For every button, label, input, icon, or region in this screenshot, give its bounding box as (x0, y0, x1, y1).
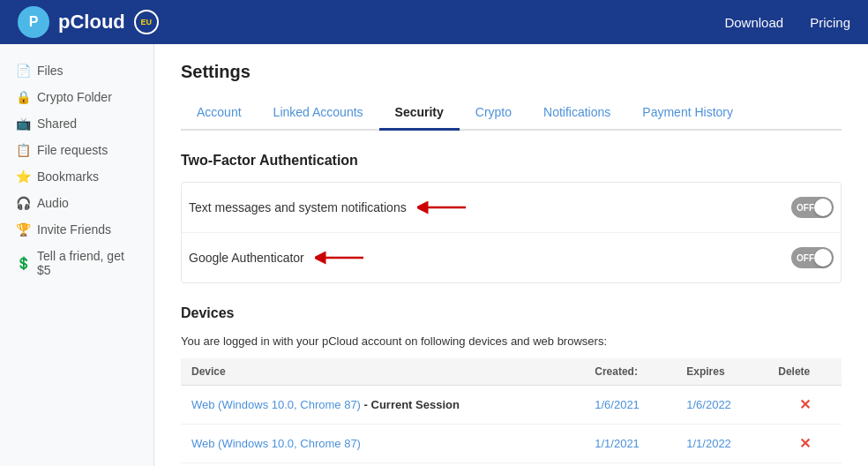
text-messages-row: Text messages and system notifications (182, 183, 841, 233)
devices-subtitle: You are logged in with your pCloud accou… (181, 334, 842, 348)
sidebar-item-invite-friends[interactable]: 🏆 Invite Friends (0, 216, 153, 243)
created-cell: 1/1/2021 (584, 425, 676, 463)
arrow-annotation-2 (315, 249, 368, 267)
delete-button[interactable]: ✕ (799, 436, 811, 451)
sidebar-label-audio: Audio (37, 196, 69, 210)
sidebar-label-file-requests: File requests (37, 143, 108, 157)
main-layout: 📄 Files 🔒 Crypto Folder 📺 Shared 📋 File … (0, 44, 868, 466)
files-icon: 📄 (16, 64, 30, 78)
arrow-annotation-1 (417, 199, 470, 216)
header-left: P pCloud EU (18, 6, 159, 38)
audio-icon: 🎧 (16, 196, 30, 210)
page-title: Settings (181, 62, 842, 82)
two-factor-title: Two-Factor Authentication (181, 153, 842, 169)
file-requests-icon: 📋 (16, 143, 30, 157)
google-auth-toggle-group: OFF (791, 247, 834, 268)
table-header-row: Device Created: Expires Delete (181, 358, 842, 386)
sidebar-item-tell-friend[interactable]: 💲 Tell a friend, get $5 (0, 243, 153, 283)
tab-account[interactable]: Account (181, 98, 258, 131)
logo-name: pCloud (58, 11, 125, 34)
device-cell: Web (Windows 10.0, Chrome 87) (181, 425, 584, 463)
tab-linked-accounts[interactable]: Linked Accounts (258, 98, 379, 131)
google-auth-toggle[interactable]: OFF (791, 247, 834, 268)
devices-title: Devices (181, 305, 842, 321)
sidebar-item-audio[interactable]: 🎧 Audio (0, 190, 153, 216)
text-messages-toggle[interactable]: OFF (791, 197, 834, 218)
created-cell: 1/1/2021 (584, 463, 676, 467)
device-cell: Web (Windows 10.0, Chrome 87) - Current … (181, 386, 584, 425)
col-header-expires: Expires (676, 358, 767, 386)
devices-table: Device Created: Expires Delete Web (Wind… (181, 358, 842, 466)
text-messages-label: Text messages and system notifications (189, 200, 407, 214)
devices-section: Devices You are logged in with your pClo… (181, 305, 842, 466)
tab-notifications[interactable]: Notifications (528, 98, 626, 131)
col-header-created: Created: (584, 358, 676, 386)
expires-cell: 1/1/2022 (676, 463, 767, 467)
table-row: Web (Windows 10.0, Chrome 87)1/1/20211/1… (181, 425, 842, 463)
crypto-folder-icon: 🔒 (16, 90, 30, 104)
sidebar-item-files[interactable]: 📄 Files (0, 57, 153, 84)
col-header-delete: Delete (767, 358, 842, 386)
toggle-off-text-1: OFF (797, 203, 814, 213)
sidebar: 📄 Files 🔒 Crypto Folder 📺 Shared 📋 File … (0, 44, 154, 466)
header: P pCloud EU Download Pricing (0, 0, 868, 44)
tab-crypto[interactable]: Crypto (460, 98, 528, 131)
sidebar-label-files: Files (37, 64, 64, 78)
table-row: Web (Mac OS X 10.15, Chrome 87)1/1/20211… (181, 463, 842, 467)
settings-tabs: Account Linked Accounts Security Crypto … (181, 98, 842, 131)
delete-button[interactable]: ✕ (799, 397, 811, 412)
sidebar-item-shared[interactable]: 📺 Shared (0, 110, 153, 137)
eu-badge: EU (134, 10, 159, 34)
shared-icon: 📺 (16, 116, 30, 131)
table-row: Web (Windows 10.0, Chrome 87) - Current … (181, 386, 842, 425)
header-nav: Download Pricing (724, 15, 850, 30)
logo-icon: P (18, 6, 49, 38)
device-cell: Web (Mac OS X 10.15, Chrome 87) (181, 463, 584, 467)
delete-cell: ✕ (767, 425, 842, 463)
tab-payment-history[interactable]: Payment History (626, 98, 749, 131)
sidebar-label-invite-friends: Invite Friends (37, 222, 111, 237)
sidebar-label-shared: Shared (37, 116, 77, 131)
device-name: Web (Windows 10.0, Chrome 87) (191, 437, 361, 450)
tab-security[interactable]: Security (379, 98, 460, 131)
expires-cell: 1/6/2022 (676, 386, 767, 425)
two-factor-block: Text messages and system notifications (181, 182, 842, 283)
google-auth-label: Google Authenticator (189, 251, 304, 265)
col-header-device: Device (181, 358, 584, 386)
device-name: Web (Windows 10.0, Chrome 87) (191, 398, 361, 411)
toggle-off-text-2: OFF (797, 253, 814, 263)
sidebar-label-crypto-folder: Crypto Folder (37, 90, 112, 104)
sidebar-item-bookmarks[interactable]: ⭐ Bookmarks (0, 163, 153, 190)
sidebar-label-tell-friend: Tell a friend, get $5 (37, 249, 138, 277)
delete-cell: ✕ (767, 463, 842, 467)
sidebar-item-crypto-folder[interactable]: 🔒 Crypto Folder (0, 84, 153, 110)
download-link[interactable]: Download (724, 15, 783, 30)
delete-cell: ✕ (767, 386, 842, 425)
pricing-link[interactable]: Pricing (810, 15, 850, 30)
created-cell: 1/6/2021 (584, 386, 676, 425)
sidebar-label-bookmarks: Bookmarks (37, 169, 99, 184)
bookmarks-icon: ⭐ (16, 169, 30, 184)
content-area: Settings Account Linked Accounts Securit… (154, 44, 868, 466)
invite-friends-icon: 🏆 (16, 222, 30, 237)
two-factor-section: Two-Factor Authentication Text messages … (181, 153, 842, 283)
google-auth-row: Google Authenticator (182, 233, 841, 282)
current-session-label: - Current Session (361, 398, 460, 411)
tell-friend-icon: 💲 (16, 256, 30, 270)
expires-cell: 1/1/2022 (676, 425, 767, 463)
text-messages-toggle-group: OFF (791, 197, 834, 218)
sidebar-item-file-requests[interactable]: 📋 File requests (0, 137, 153, 163)
